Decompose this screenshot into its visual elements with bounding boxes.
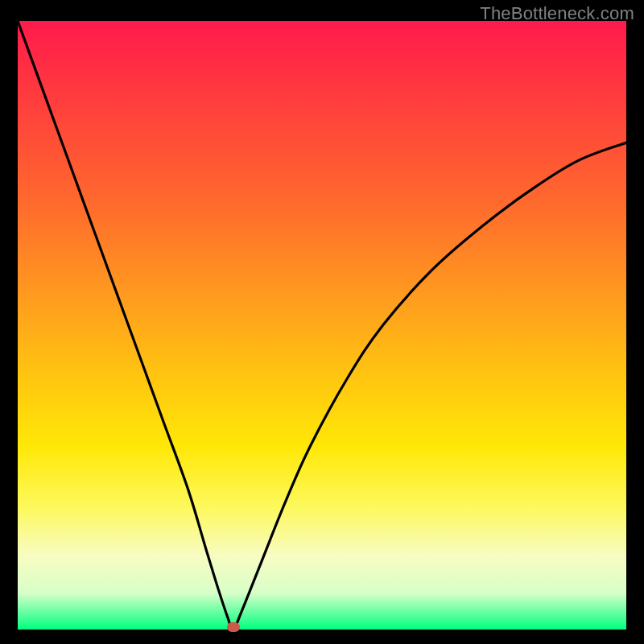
watermark-text: TheBottleneck.com: [480, 3, 634, 24]
bottleneck-curve: [18, 21, 626, 630]
curve-svg: [18, 21, 626, 630]
chart-frame: TheBottleneck.com: [0, 0, 644, 644]
minimum-marker: [227, 622, 240, 632]
plot-area: [18, 21, 626, 630]
